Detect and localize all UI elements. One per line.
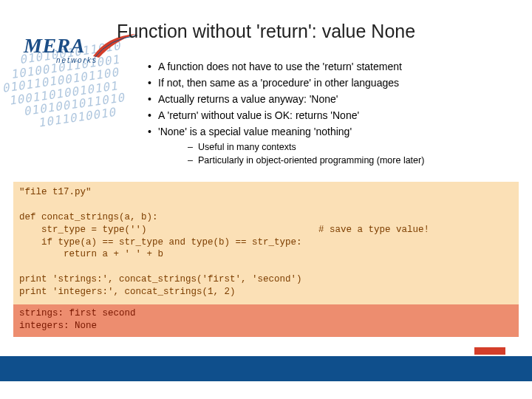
footer-bar: [0, 356, 532, 381]
bullet-item: A function does not have to use the 'ret…: [148, 61, 510, 72]
bullet-item: If not, then same as a 'procedure' in ot…: [148, 77, 510, 89]
output-block: strings: first second integers: None: [13, 304, 519, 337]
code-block: "file t17.py" def concat_strings(a, b): …: [13, 182, 519, 304]
bullet-list: A function does not have to use the 'ret…: [148, 61, 510, 168]
bullet-item: Actually returns a value anyway: 'None': [148, 93, 510, 105]
bullet-item: 'None' is a special value meaning 'nothi…: [148, 126, 510, 137]
slide-title: Function without 'return': value None: [0, 21, 532, 42]
sub-bullet-item: Particularly in object-oriented programm…: [148, 155, 510, 166]
sub-bullet-item: Useful in many contexts: [148, 142, 510, 152]
logo-subtext: networks: [56, 56, 98, 64]
footer-accent: [474, 347, 505, 355]
bullet-item: A 'return' without value is OK: returns …: [148, 109, 510, 121]
